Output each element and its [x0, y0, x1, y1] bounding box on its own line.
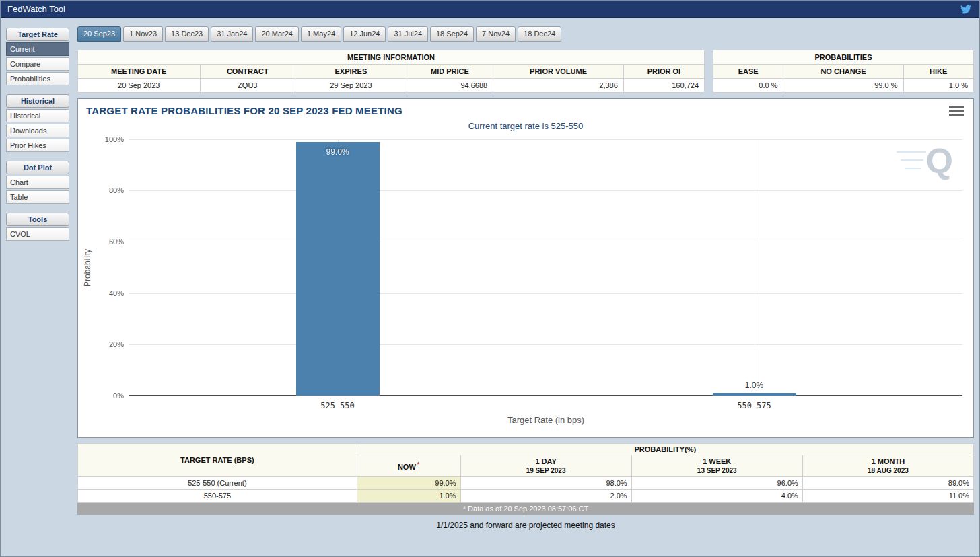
- app-title: FedWatch Tool: [7, 4, 65, 14]
- value-prior-volume: 2,386: [493, 79, 624, 93]
- col-1-day-date: 19 SEP 2023: [465, 466, 627, 475]
- bar-value-label: 99.0%: [296, 147, 380, 157]
- content-area: 20 Sep23 1 Nov23 13 Dec23 31 Jan24 20 Ma…: [77, 26, 974, 530]
- sidebar-item-chart[interactable]: Chart: [6, 176, 69, 189]
- sidebar-item-prior-hikes[interactable]: Prior Hikes: [6, 139, 69, 152]
- sidebar-header-historical[interactable]: Historical: [6, 94, 69, 108]
- sidebar-section-historical: Historical Historical Downloads Prior Hi…: [6, 94, 69, 152]
- tab-12-jun24[interactable]: 12 Jun24: [343, 26, 386, 42]
- meeting-info-title: MEETING INFORMATION: [78, 50, 705, 65]
- row-525-550-now: 99.0%: [357, 477, 460, 490]
- main-layout: Target Rate Current Compare Probabilitie…: [1, 18, 979, 531]
- probability-history-table: TARGET RATE (BPS) PROBABILITY(%) NOW* 1 …: [77, 443, 974, 515]
- gridline: [755, 139, 755, 396]
- sidebar-header-tools[interactable]: Tools: [6, 213, 69, 226]
- col-no-change: NO CHANGE: [783, 65, 903, 79]
- col-prior-volume: PRIOR VOLUME: [493, 65, 624, 79]
- sidebar-section-target-rate: Target Rate Current Compare Probabilitie…: [6, 28, 69, 85]
- col-now-label: NOW: [398, 462, 416, 470]
- col-ease: EASE: [713, 65, 783, 79]
- row-550-575-now: 1.0%: [357, 490, 460, 503]
- bar-550-575[interactable]: 1.0%: [713, 393, 796, 396]
- value-no-change: 99.0 %: [783, 79, 903, 93]
- col-1-day: 1 DAY 19 SEP 2023: [460, 455, 631, 477]
- y-axis-title: Probability: [83, 248, 92, 286]
- col-prior-oi: PRIOR OI: [623, 65, 704, 79]
- y-tick-label: 60%: [109, 237, 124, 246]
- sidebar-section-tools: Tools CVOL: [6, 213, 69, 241]
- col-now: NOW*: [357, 455, 460, 477]
- y-tick-label: 80%: [109, 186, 124, 194]
- sidebar-item-cvol[interactable]: CVOL: [6, 227, 69, 241]
- sidebar-section-dot-plot: Dot Plot Chart Table: [6, 161, 69, 204]
- sidebar-item-historical[interactable]: Historical: [6, 109, 69, 122]
- col-1-week-label: 1 WEEK: [703, 457, 731, 466]
- asterisk-marker: *: [417, 461, 420, 468]
- col-1-month: 1 MONTH 18 AUG 2023: [802, 455, 973, 477]
- y-tick-label: 100%: [105, 135, 124, 143]
- projected-dates-note: 1/1/2025 and forward are projected meeti…: [77, 521, 974, 530]
- gridline: [129, 293, 963, 294]
- value-meeting-date: 20 Sep 2023: [78, 79, 201, 93]
- bar-value-label: 1.0%: [713, 381, 796, 390]
- tab-31-jul24[interactable]: 31 Jul24: [388, 26, 428, 42]
- col-1-day-label: 1 DAY: [535, 457, 556, 466]
- chart-menu-icon[interactable]: [949, 106, 964, 118]
- tab-13-dec23[interactable]: 13 Dec23: [165, 26, 209, 42]
- meeting-information-table: MEETING INFORMATION MEETING DATE CONTRAC…: [77, 50, 705, 93]
- row-525-550-1month: 89.0%: [802, 477, 973, 490]
- tab-1-nov23[interactable]: 1 Nov23: [123, 26, 163, 42]
- row-550-575-1day: 2.0%: [460, 490, 631, 503]
- gridline: [129, 139, 963, 140]
- tab-18-dec24[interactable]: 18 Dec24: [518, 26, 561, 42]
- sidebar: Target Rate Current Compare Probabilitie…: [6, 28, 69, 531]
- row-525-550-1week: 96.0%: [631, 477, 802, 490]
- x-axis-line: [129, 395, 963, 396]
- sidebar-item-downloads[interactable]: Downloads: [6, 124, 69, 137]
- probabilities-table: PROBABILITIES EASE NO CHANGE HIKE 0.0 % …: [713, 50, 974, 93]
- table-footnote-row: * Data as of 20 Sep 2023 08:57:06 CT: [78, 503, 974, 515]
- x-axis-title: Target Rate (in bps): [129, 415, 963, 425]
- table-row: 550-575 1.0% 2.0% 4.0% 11.0%: [78, 490, 974, 503]
- bar-chart-plot: 100% 80% 60% 40% 20% 0% Probability 99.0…: [129, 139, 963, 396]
- col-expires: EXPIRES: [295, 65, 407, 79]
- col-meeting-date: MEETING DATE: [78, 65, 201, 79]
- bar-525-550[interactable]: 99.0%: [296, 142, 380, 396]
- row-525-550-rate: 525-550 (Current): [78, 477, 357, 490]
- tab-7-nov24[interactable]: 7 Nov24: [476, 26, 516, 42]
- chart-subtitle: Current target rate is 525-550: [78, 121, 973, 131]
- col-contract: CONTRACT: [200, 65, 295, 79]
- x-category-label: 525-550: [320, 401, 355, 410]
- y-tick-label: 0%: [113, 392, 124, 400]
- sidebar-item-compare[interactable]: Compare: [6, 57, 69, 71]
- twitter-icon[interactable]: [960, 3, 973, 15]
- tab-1-may24[interactable]: 1 May24: [301, 26, 341, 42]
- col-1-week-date: 13 SEP 2023: [636, 466, 798, 475]
- x-category-label: 550-575: [737, 401, 771, 410]
- tab-18-sep24[interactable]: 18 Sep24: [430, 26, 474, 42]
- watermark-q-letter: Q: [926, 143, 953, 178]
- data-as-of-note: * Data as of 20 Sep 2023 08:57:06 CT: [78, 503, 974, 515]
- row-550-575-rate: 550-575: [78, 490, 357, 503]
- value-prior-oi: 160,724: [623, 79, 704, 93]
- sidebar-item-current[interactable]: Current: [6, 42, 69, 56]
- sidebar-header-dot-plot[interactable]: Dot Plot: [6, 161, 69, 174]
- sidebar-item-probabilities[interactable]: Probabilities: [6, 72, 69, 85]
- col-hike: HIKE: [903, 65, 974, 79]
- tab-20-mar24[interactable]: 20 Mar24: [255, 26, 298, 42]
- sidebar-header-target-rate[interactable]: Target Rate: [6, 28, 69, 41]
- info-row: MEETING INFORMATION MEETING DATE CONTRAC…: [77, 50, 974, 93]
- sidebar-item-table[interactable]: Table: [6, 190, 69, 204]
- col-target-rate-bps: TARGET RATE (BPS): [78, 444, 357, 477]
- tab-31-jan24[interactable]: 31 Jan24: [211, 26, 253, 42]
- tab-20-sep23[interactable]: 20 Sep23: [77, 26, 121, 42]
- gridline: [129, 344, 963, 345]
- value-hike: 1.0 %: [903, 79, 974, 93]
- table-row: 525-550 (Current) 99.0% 98.0% 96.0% 89.0…: [78, 477, 974, 490]
- app-header: FedWatch Tool: [1, 1, 979, 18]
- y-tick-label: 20%: [109, 340, 124, 348]
- chart-title: TARGET RATE PROBABILITIES FOR 20 SEP 202…: [86, 105, 403, 116]
- row-550-575-1month: 11.0%: [802, 490, 973, 503]
- meeting-date-tabs: 20 Sep23 1 Nov23 13 Dec23 31 Jan24 20 Ma…: [77, 26, 974, 42]
- value-contract: ZQU3: [200, 79, 295, 93]
